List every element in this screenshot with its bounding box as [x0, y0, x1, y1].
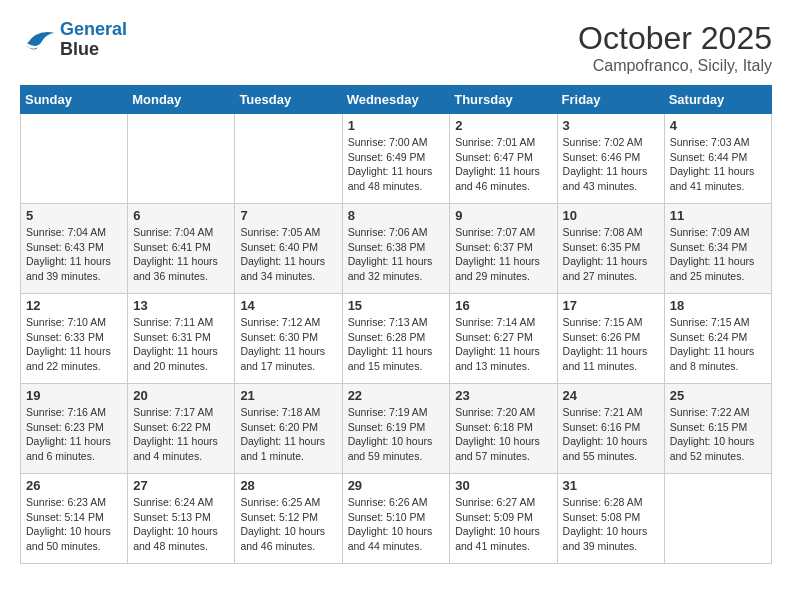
weekday-header-monday: Monday	[128, 86, 235, 114]
day-info: Sunrise: 7:11 AM Sunset: 6:31 PM Dayligh…	[133, 315, 229, 374]
day-info: Sunrise: 7:10 AM Sunset: 6:33 PM Dayligh…	[26, 315, 122, 374]
calendar-cell: 3Sunrise: 7:02 AM Sunset: 6:46 PM Daylig…	[557, 114, 664, 204]
calendar-cell: 9Sunrise: 7:07 AM Sunset: 6:37 PM Daylig…	[450, 204, 557, 294]
day-info: Sunrise: 6:23 AM Sunset: 5:14 PM Dayligh…	[26, 495, 122, 554]
weekday-header-sunday: Sunday	[21, 86, 128, 114]
day-number: 2	[455, 118, 551, 133]
calendar-cell: 21Sunrise: 7:18 AM Sunset: 6:20 PM Dayli…	[235, 384, 342, 474]
day-info: Sunrise: 7:14 AM Sunset: 6:27 PM Dayligh…	[455, 315, 551, 374]
day-number: 13	[133, 298, 229, 313]
day-number: 16	[455, 298, 551, 313]
day-info: Sunrise: 7:16 AM Sunset: 6:23 PM Dayligh…	[26, 405, 122, 464]
calendar-table: SundayMondayTuesdayWednesdayThursdayFrid…	[20, 85, 772, 564]
calendar-cell: 7Sunrise: 7:05 AM Sunset: 6:40 PM Daylig…	[235, 204, 342, 294]
day-number: 6	[133, 208, 229, 223]
day-number: 5	[26, 208, 122, 223]
calendar-cell: 11Sunrise: 7:09 AM Sunset: 6:34 PM Dayli…	[664, 204, 771, 294]
week-row-3: 12Sunrise: 7:10 AM Sunset: 6:33 PM Dayli…	[21, 294, 772, 384]
calendar-cell: 15Sunrise: 7:13 AM Sunset: 6:28 PM Dayli…	[342, 294, 450, 384]
day-number: 22	[348, 388, 445, 403]
day-number: 14	[240, 298, 336, 313]
calendar-cell: 12Sunrise: 7:10 AM Sunset: 6:33 PM Dayli…	[21, 294, 128, 384]
logo: General Blue	[20, 20, 127, 60]
weekday-header-friday: Friday	[557, 86, 664, 114]
day-info: Sunrise: 7:18 AM Sunset: 6:20 PM Dayligh…	[240, 405, 336, 464]
weekday-header-saturday: Saturday	[664, 86, 771, 114]
calendar-cell: 14Sunrise: 7:12 AM Sunset: 6:30 PM Dayli…	[235, 294, 342, 384]
calendar-cell: 20Sunrise: 7:17 AM Sunset: 6:22 PM Dayli…	[128, 384, 235, 474]
calendar-cell: 28Sunrise: 6:25 AM Sunset: 5:12 PM Dayli…	[235, 474, 342, 564]
calendar-cell: 8Sunrise: 7:06 AM Sunset: 6:38 PM Daylig…	[342, 204, 450, 294]
calendar-cell: 10Sunrise: 7:08 AM Sunset: 6:35 PM Dayli…	[557, 204, 664, 294]
calendar-cell	[664, 474, 771, 564]
day-info: Sunrise: 7:09 AM Sunset: 6:34 PM Dayligh…	[670, 225, 766, 284]
day-number: 23	[455, 388, 551, 403]
day-info: Sunrise: 7:04 AM Sunset: 6:43 PM Dayligh…	[26, 225, 122, 284]
day-number: 12	[26, 298, 122, 313]
calendar-cell: 30Sunrise: 6:27 AM Sunset: 5:09 PM Dayli…	[450, 474, 557, 564]
day-number: 20	[133, 388, 229, 403]
calendar-cell	[235, 114, 342, 204]
logo-line2: Blue	[60, 40, 127, 60]
calendar-cell: 26Sunrise: 6:23 AM Sunset: 5:14 PM Dayli…	[21, 474, 128, 564]
title-block: October 2025 Campofranco, Sicily, Italy	[578, 20, 772, 75]
day-number: 27	[133, 478, 229, 493]
day-info: Sunrise: 7:07 AM Sunset: 6:37 PM Dayligh…	[455, 225, 551, 284]
location: Campofranco, Sicily, Italy	[578, 57, 772, 75]
day-info: Sunrise: 7:20 AM Sunset: 6:18 PM Dayligh…	[455, 405, 551, 464]
day-info: Sunrise: 7:22 AM Sunset: 6:15 PM Dayligh…	[670, 405, 766, 464]
day-info: Sunrise: 6:24 AM Sunset: 5:13 PM Dayligh…	[133, 495, 229, 554]
calendar-cell: 25Sunrise: 7:22 AM Sunset: 6:15 PM Dayli…	[664, 384, 771, 474]
weekday-header-wednesday: Wednesday	[342, 86, 450, 114]
day-info: Sunrise: 6:25 AM Sunset: 5:12 PM Dayligh…	[240, 495, 336, 554]
calendar-cell: 27Sunrise: 6:24 AM Sunset: 5:13 PM Dayli…	[128, 474, 235, 564]
day-number: 29	[348, 478, 445, 493]
day-number: 7	[240, 208, 336, 223]
page-header: General Blue October 2025 Campofranco, S…	[20, 20, 772, 75]
calendar-cell	[21, 114, 128, 204]
day-info: Sunrise: 7:04 AM Sunset: 6:41 PM Dayligh…	[133, 225, 229, 284]
day-info: Sunrise: 6:28 AM Sunset: 5:08 PM Dayligh…	[563, 495, 659, 554]
calendar-cell: 18Sunrise: 7:15 AM Sunset: 6:24 PM Dayli…	[664, 294, 771, 384]
weekday-header-thursday: Thursday	[450, 86, 557, 114]
day-number: 25	[670, 388, 766, 403]
week-row-4: 19Sunrise: 7:16 AM Sunset: 6:23 PM Dayli…	[21, 384, 772, 474]
calendar-cell: 23Sunrise: 7:20 AM Sunset: 6:18 PM Dayli…	[450, 384, 557, 474]
day-info: Sunrise: 7:19 AM Sunset: 6:19 PM Dayligh…	[348, 405, 445, 464]
calendar-cell: 31Sunrise: 6:28 AM Sunset: 5:08 PM Dayli…	[557, 474, 664, 564]
calendar-cell: 2Sunrise: 7:01 AM Sunset: 6:47 PM Daylig…	[450, 114, 557, 204]
weekday-header-row: SundayMondayTuesdayWednesdayThursdayFrid…	[21, 86, 772, 114]
day-info: Sunrise: 7:08 AM Sunset: 6:35 PM Dayligh…	[563, 225, 659, 284]
calendar-cell: 24Sunrise: 7:21 AM Sunset: 6:16 PM Dayli…	[557, 384, 664, 474]
day-info: Sunrise: 7:00 AM Sunset: 6:49 PM Dayligh…	[348, 135, 445, 194]
day-number: 19	[26, 388, 122, 403]
calendar-cell: 1Sunrise: 7:00 AM Sunset: 6:49 PM Daylig…	[342, 114, 450, 204]
calendar-cell: 6Sunrise: 7:04 AM Sunset: 6:41 PM Daylig…	[128, 204, 235, 294]
day-info: Sunrise: 7:05 AM Sunset: 6:40 PM Dayligh…	[240, 225, 336, 284]
day-number: 17	[563, 298, 659, 313]
day-number: 9	[455, 208, 551, 223]
day-info: Sunrise: 7:15 AM Sunset: 6:24 PM Dayligh…	[670, 315, 766, 374]
calendar-cell	[128, 114, 235, 204]
logo-line1: General	[60, 19, 127, 39]
calendar-cell: 13Sunrise: 7:11 AM Sunset: 6:31 PM Dayli…	[128, 294, 235, 384]
calendar-cell: 16Sunrise: 7:14 AM Sunset: 6:27 PM Dayli…	[450, 294, 557, 384]
day-number: 18	[670, 298, 766, 313]
day-number: 30	[455, 478, 551, 493]
day-number: 15	[348, 298, 445, 313]
day-info: Sunrise: 6:26 AM Sunset: 5:10 PM Dayligh…	[348, 495, 445, 554]
day-info: Sunrise: 7:01 AM Sunset: 6:47 PM Dayligh…	[455, 135, 551, 194]
day-number: 10	[563, 208, 659, 223]
day-number: 1	[348, 118, 445, 133]
calendar-cell: 4Sunrise: 7:03 AM Sunset: 6:44 PM Daylig…	[664, 114, 771, 204]
day-info: Sunrise: 7:21 AM Sunset: 6:16 PM Dayligh…	[563, 405, 659, 464]
day-info: Sunrise: 7:03 AM Sunset: 6:44 PM Dayligh…	[670, 135, 766, 194]
day-number: 28	[240, 478, 336, 493]
week-row-2: 5Sunrise: 7:04 AM Sunset: 6:43 PM Daylig…	[21, 204, 772, 294]
day-number: 4	[670, 118, 766, 133]
week-row-5: 26Sunrise: 6:23 AM Sunset: 5:14 PM Dayli…	[21, 474, 772, 564]
calendar-cell: 17Sunrise: 7:15 AM Sunset: 6:26 PM Dayli…	[557, 294, 664, 384]
day-info: Sunrise: 7:12 AM Sunset: 6:30 PM Dayligh…	[240, 315, 336, 374]
day-number: 31	[563, 478, 659, 493]
weekday-header-tuesday: Tuesday	[235, 86, 342, 114]
